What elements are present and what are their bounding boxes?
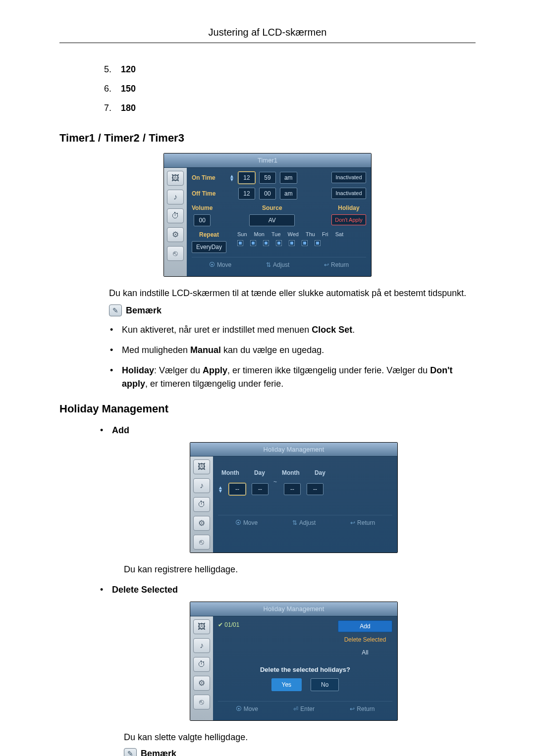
osd-footer: ⦿Move ⇅Adjust ↩Return	[218, 515, 392, 531]
osd-sidebar: 🖼 ♪ ⏱ ⚙ ⎋	[190, 616, 213, 721]
day-check-sat[interactable]	[315, 240, 321, 246]
holiday-delete-osd: Holiday Management 🖼 ♪ ⏱ ⚙ ⎋ ✔ 01/01 Ad	[190, 602, 398, 721]
source-value[interactable]: AV	[249, 214, 295, 226]
repeat-row: Repeat EveryDay SunMonTueWedThuFriSat	[192, 230, 366, 253]
list-item: 7.180	[104, 101, 476, 115]
clock-icon[interactable]: ⏱	[167, 208, 184, 223]
end-month[interactable]: --	[284, 483, 301, 495]
no-button[interactable]: No	[311, 678, 339, 691]
confirm-dialog: Delete the selected holidays? Yes No	[218, 665, 392, 692]
off-time-label: Off Time	[192, 189, 225, 198]
delete-top-row: ✔ 01/01 Add Delete Selected All	[218, 620, 392, 658]
osd-title: Holiday Management	[190, 602, 397, 616]
holiday-add-osd: Holiday Management 🖼 ♪ ⏱ ⚙ ⎋ Month	[190, 442, 398, 554]
footer-return: ↩Return	[324, 260, 349, 269]
list-item: Holiday: Vælger du Apply, er timeren ikk…	[109, 364, 476, 391]
day-header: Day	[315, 468, 325, 477]
gear-icon[interactable]: ⚙	[193, 516, 210, 531]
clock-icon[interactable]: ⏱	[193, 657, 210, 672]
off-time-ampm[interactable]: am	[280, 188, 297, 200]
sound-icon[interactable]: ♪	[193, 478, 210, 493]
note-row: ✎ Bemærk	[109, 304, 476, 317]
off-time-min[interactable]: 00	[259, 188, 276, 200]
osd-footer: ⦿Move ⏎Enter ↩Return	[218, 701, 392, 717]
on-time-label: On Time	[192, 173, 225, 182]
day-check-sun[interactable]	[237, 240, 243, 246]
footer-adjust: ⇅Adjust	[292, 518, 316, 527]
sound-icon[interactable]: ♪	[167, 190, 184, 204]
gear-icon[interactable]: ⚙	[193, 676, 210, 691]
osd-title: Holiday Management	[190, 443, 397, 457]
yes-button[interactable]: Yes	[271, 678, 302, 691]
day-check-thu[interactable]	[289, 240, 295, 246]
note-row: ✎ Bemærk	[124, 747, 476, 756]
list-item: Med muligheden Manual kan du vælge en ug…	[109, 344, 476, 357]
list-item: 6.150	[104, 82, 476, 96]
source-label: Source	[262, 203, 282, 212]
holiday-delete-item: Delete Selected Holiday Management 🖼 ♪ ⏱…	[99, 583, 476, 756]
add-paragraph: Du kan registrere helligdage.	[124, 563, 476, 576]
menu-delete-selected[interactable]: Delete Selected	[338, 634, 392, 645]
note-label: Bemærk	[141, 747, 176, 756]
end-day[interactable]: --	[307, 483, 323, 495]
spinner-arrows-icon[interactable]: ▲▼	[229, 174, 234, 181]
day-check-mon[interactable]	[250, 240, 256, 246]
gear-icon[interactable]: ⚙	[167, 227, 184, 242]
picture-icon[interactable]: 🖼	[193, 619, 210, 634]
timer-osd: Timer1 🖼 ♪ ⏱ ⚙ ⎋ On Time ▲▼ 12 59 am Ina…	[163, 153, 372, 277]
day-header: Day	[254, 468, 265, 477]
month-header: Month	[282, 468, 300, 477]
picture-icon[interactable]: 🖼	[193, 459, 210, 474]
osd-sidebar: 🖼 ♪ ⏱ ⚙ ⎋	[164, 168, 187, 276]
menu-add[interactable]: Add	[338, 620, 392, 632]
footer-move: ⦿Move	[236, 705, 258, 713]
exit-icon[interactable]: ⎋	[193, 695, 210, 709]
day-check-wed[interactable]	[276, 240, 282, 246]
repeat-value[interactable]: EveryDay	[192, 241, 226, 253]
month-header: Month	[221, 468, 239, 477]
footer-move: ⦿Move	[235, 518, 258, 527]
off-time-hour[interactable]: 12	[238, 188, 255, 200]
holiday-add-item: Add Holiday Management 🖼 ♪ ⏱ ⚙ ⎋	[99, 424, 476, 577]
note-icon: ✎	[109, 304, 122, 316]
off-time-status[interactable]: Inactivated	[331, 188, 366, 199]
timer-paragraph: Du kan indstille LCD-skærmen til at tænd…	[109, 287, 476, 300]
footer-move: ⦿Move	[209, 260, 231, 269]
vol-src-holiday-row: Volume 00 Source AV Holiday Don't Apply	[192, 203, 366, 226]
on-time-status[interactable]: Inactivated	[331, 172, 366, 183]
exit-icon[interactable]: ⎋	[167, 246, 184, 261]
on-time-hour[interactable]: 12	[238, 172, 255, 184]
holiday-value[interactable]: Don't Apply	[331, 214, 366, 226]
list-item: Kun aktiveret, når uret er indstillet me…	[109, 323, 476, 337]
footer-adjust: ⇅Adjust	[266, 260, 289, 269]
clock-icon[interactable]: ⏱	[193, 497, 210, 512]
menu-all[interactable]: All	[338, 647, 392, 658]
volume-value[interactable]: 00	[194, 214, 211, 226]
osd-footer: ⦿Move ⇅Adjust ↩Return	[192, 257, 366, 273]
holiday-date-range: Month Day ▲▼ -- -- ~	[218, 468, 392, 495]
start-day[interactable]: --	[252, 483, 268, 495]
on-time-min[interactable]: 59	[259, 172, 276, 184]
range-tilde: ~	[273, 477, 277, 486]
start-month[interactable]: --	[229, 483, 246, 495]
holiday-label: Holiday	[338, 203, 359, 212]
section-timer-title: Timer1 / Timer2 / Timer3	[59, 130, 476, 146]
holiday-list: Add Holiday Management 🖼 ♪ ⏱ ⚙ ⎋	[99, 424, 476, 756]
days-checkboxes	[237, 240, 343, 246]
delete-paragraph: Du kan slette valgte helligdage.	[124, 731, 476, 744]
sound-icon[interactable]: ♪	[193, 638, 210, 653]
timer-notes-list: Kun aktiveret, når uret er indstillet me…	[109, 323, 476, 391]
on-time-row: On Time ▲▼ 12 59 am Inactivated	[192, 172, 366, 184]
holiday-date-checked[interactable]: ✔ 01/01	[218, 620, 239, 629]
osd-sidebar: 🖼 ♪ ⏱ ⚙ ⎋	[190, 456, 213, 553]
delete-label: Delete Selected	[112, 585, 178, 595]
picture-icon[interactable]: 🖼	[167, 171, 184, 186]
footer-enter: ⏎Enter	[293, 705, 315, 713]
day-check-fri[interactable]	[302, 240, 308, 246]
spinner-arrows-icon[interactable]: ▲▼	[218, 486, 223, 493]
repeat-label: Repeat	[199, 230, 219, 239]
on-time-ampm[interactable]: am	[280, 172, 297, 184]
days-header: SunMonTueWedThuFriSat	[237, 230, 343, 239]
exit-icon[interactable]: ⎋	[193, 535, 210, 550]
day-check-tue[interactable]	[263, 240, 269, 246]
